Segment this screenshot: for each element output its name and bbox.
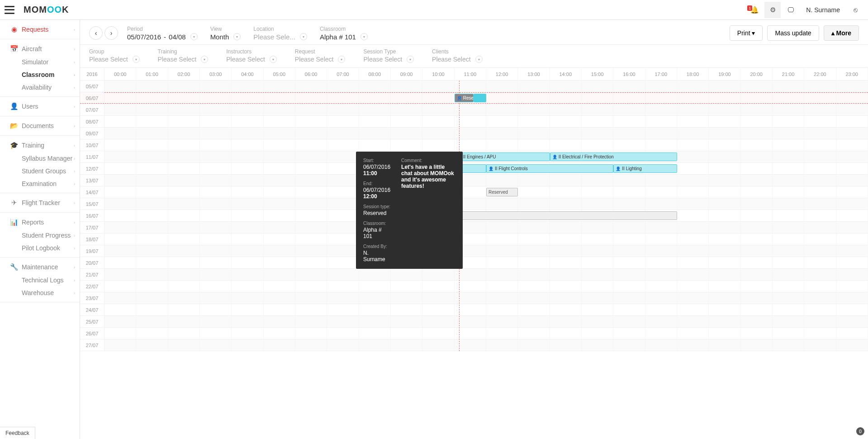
bottom-badge[interactable]: 0 — [856, 427, 864, 435]
sidebar-item-flight-tracker[interactable]: ✈Flight Tracker› — [0, 196, 80, 210]
row-cells[interactable] — [104, 339, 868, 351]
sidebar-item-documents[interactable]: 📂Documents› — [0, 119, 80, 133]
sidebar-item-requests[interactable]: ◉Requests› — [0, 23, 80, 36]
print-button[interactable]: Print ▾ — [730, 25, 763, 41]
filter-clients[interactable]: ClientsPlease Select▾ — [432, 48, 483, 63]
row-cells[interactable] — [104, 222, 868, 233]
schedule-row[interactable]: 21/07 — [80, 269, 868, 281]
schedule-event[interactable]: Reserved — [486, 188, 518, 196]
row-cells[interactable] — [104, 304, 868, 315]
sidebar-item-simulator[interactable]: Simulator› — [0, 56, 80, 68]
row-cells[interactable] — [104, 281, 868, 292]
schedule-row[interactable]: 06/07👤Reserved — [80, 92, 868, 104]
sidebar-item-training[interactable]: 🎓Training› — [0, 138, 80, 152]
view-selector[interactable]: View Month▾ — [210, 26, 241, 41]
schedule-row[interactable]: 20/07 — [80, 257, 868, 269]
sidebar-item-technical-logs[interactable]: Technical Logs› — [0, 274, 80, 286]
schedule-row[interactable]: 10/07 — [80, 139, 868, 151]
schedule-row[interactable]: 11/07👤II Course Introduction👤II Engines … — [80, 151, 868, 163]
filter-request[interactable]: RequestPlease Select▾ — [295, 48, 346, 63]
sidebar-item-availability[interactable]: Availability› — [0, 81, 80, 94]
time-col: 20:00 — [741, 68, 773, 80]
schedule-row[interactable]: 24/07 — [80, 304, 868, 316]
filter-training[interactable]: TrainingPlease Select▾ — [158, 48, 209, 63]
time-col: 23:00 — [836, 68, 868, 80]
filter-session-type[interactable]: Session TypePlease Select▾ — [363, 48, 414, 63]
sidebar-item-users[interactable]: 👤Users› — [0, 100, 80, 113]
notifications-button[interactable]: 1 🔔 — [746, 2, 763, 18]
row-cells[interactable] — [104, 257, 868, 268]
schedule-row[interactable]: 13/07👤II Lighting — [80, 175, 868, 186]
row-cells[interactable]: 👤II Lighting — [104, 175, 868, 186]
schedule-row[interactable]: 08/07 — [80, 116, 868, 128]
row-cells[interactable]: Reserved — [104, 186, 868, 198]
row-cells[interactable] — [104, 104, 868, 115]
sidebar-item-maintenance[interactable]: 🔧Maintenance› — [0, 260, 80, 274]
sidebar-item-aircraft[interactable]: 📅Aircraft› — [0, 42, 80, 56]
sidebar-item-classroom[interactable]: Classroom› — [0, 68, 80, 81]
row-cells[interactable] — [104, 269, 868, 280]
row-cells[interactable] — [104, 128, 868, 139]
period-selector[interactable]: Period 05/07/2016 - 04/08▾ — [127, 26, 198, 41]
sidebar-item-reports[interactable]: 📊Reports› — [0, 215, 80, 229]
schedule-row[interactable]: 12/07👤II Hydraulic System👤II Flight Cont… — [80, 163, 868, 175]
row-cells[interactable]: 👤Reserved — [104, 92, 868, 104]
date-cell: 15/07 — [80, 198, 104, 210]
row-cells[interactable] — [104, 234, 868, 245]
schedule-row[interactable]: 16/07Reserved — [80, 210, 868, 222]
feedback-button[interactable]: Feedback — [0, 427, 35, 439]
row-cells[interactable] — [104, 316, 868, 327]
sidebar-item-student-groups[interactable]: Student Groups› — [0, 165, 80, 177]
schedule-row[interactable]: 17/07 — [80, 222, 868, 234]
schedule-row[interactable]: 23/07 — [80, 292, 868, 304]
row-cells[interactable] — [104, 198, 868, 210]
filter-group[interactable]: GroupPlease Select▾ — [89, 48, 140, 63]
filter-instructors[interactable]: InstructorsPlease Select▾ — [226, 48, 277, 63]
schedule-event[interactable] — [474, 94, 486, 102]
schedule-row[interactable]: 27/07 — [80, 339, 868, 351]
schedule-event[interactable]: 👤II Flight Controls — [486, 164, 613, 173]
display-button[interactable]: 🖵 — [783, 2, 799, 18]
mass-update-button[interactable]: Mass update — [767, 25, 819, 41]
sidebar-item-syllabus[interactable]: Syllabus Manager› — [0, 152, 80, 165]
schedule-event[interactable]: 👤II Lighting — [613, 164, 677, 173]
row-cells[interactable] — [104, 139, 868, 151]
schedule-row[interactable]: 15/07 — [80, 198, 868, 210]
classroom-selector[interactable]: Classroom Alpha # 101▾ — [320, 26, 368, 41]
row-cells[interactable]: 👤II Course Introduction👤II Engines / APU… — [104, 151, 868, 162]
more-button[interactable]: ▴ More — [824, 25, 859, 41]
prev-button[interactable]: ‹ — [89, 26, 103, 40]
schedule-grid[interactable]: 2016 00:0001:0002:0003:0004:0005:0006:00… — [80, 68, 868, 439]
row-cells[interactable] — [104, 292, 868, 304]
sidebar-item-examination[interactable]: Examination› — [0, 177, 80, 190]
sidebar-item-student-progress[interactable]: Student Progress› — [0, 229, 80, 242]
row-cells[interactable] — [104, 81, 868, 92]
hamburger-icon[interactable] — [5, 6, 14, 14]
row-cells[interactable]: Reserved — [104, 210, 868, 221]
location-selector[interactable]: Location Please Sele...▾ — [253, 26, 307, 41]
settings-button[interactable]: ⚙ — [764, 2, 781, 18]
row-cells[interactable] — [104, 328, 868, 339]
schedule-row[interactable]: 25/07 — [80, 316, 868, 328]
schedule-row[interactable]: 09/07 — [80, 128, 868, 139]
schedule-row[interactable]: 26/07 — [80, 328, 868, 339]
schedule-row[interactable]: 18/07 — [80, 234, 868, 245]
schedule-row[interactable]: 22/07 — [80, 281, 868, 292]
row-cells[interactable] — [104, 116, 868, 127]
schedule-event[interactable]: 👤II Engines / APU — [455, 153, 550, 161]
schedule-row[interactable]: 14/07Reserved — [80, 186, 868, 198]
username-label[interactable]: N. Surname — [801, 6, 845, 14]
time-col: 00:00 — [104, 68, 136, 80]
next-button[interactable]: › — [104, 26, 118, 40]
logout-button[interactable]: ⎋ — [847, 2, 863, 18]
chevron-right-icon: › — [74, 291, 75, 296]
schedule-event[interactable]: 👤II Electrical / Fire Protection — [550, 153, 677, 161]
schedule-row[interactable]: 07/07 — [80, 104, 868, 116]
schedule-row[interactable]: 19/07 — [80, 245, 868, 257]
sidebar-item-warehouse[interactable]: Warehouse› — [0, 286, 80, 299]
sidebar-item-pilot-logbook[interactable]: Pilot Logbook› — [0, 242, 80, 254]
schedule-row[interactable]: 05/07 — [80, 81, 868, 92]
row-cells[interactable] — [104, 245, 868, 257]
schedule-event[interactable]: 👤Reserved — [455, 94, 474, 102]
row-cells[interactable]: 👤II Hydraulic System👤II Flight Controls👤… — [104, 163, 868, 174]
